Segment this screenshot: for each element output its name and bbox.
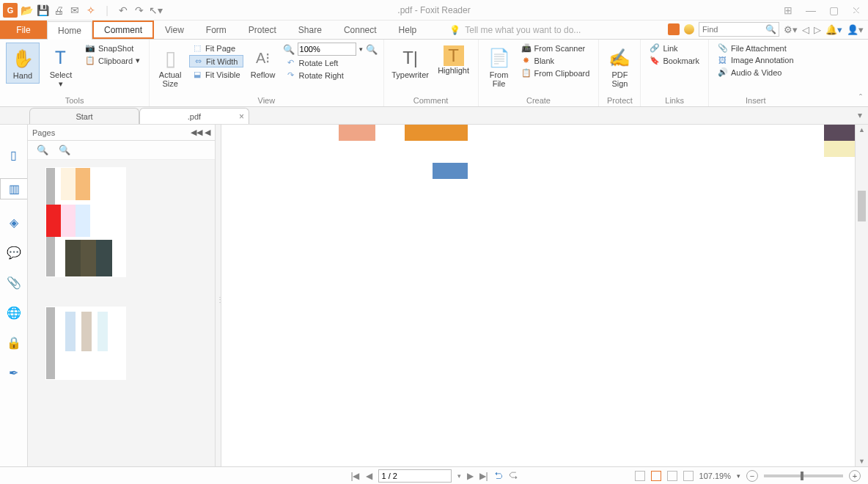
tab-help[interactable]: Help (388, 21, 428, 39)
fit-page-label: Fit Page (205, 44, 235, 53)
rotate-left-button[interactable]: ↶Rotate Left (283, 57, 378, 68)
scroll-up-icon[interactable]: ▲ (858, 126, 865, 133)
save-icon[interactable]: 💾 (35, 3, 50, 18)
fit-page-button[interactable]: ⬚Fit Page (189, 43, 243, 54)
maximize-icon[interactable]: ▢ (829, 4, 839, 16)
zoom-plus-button[interactable]: + (849, 470, 861, 482)
single-page-icon[interactable] (635, 471, 645, 481)
connect-panel-icon[interactable]: 🌐 (7, 306, 21, 320)
prev-page-icon[interactable]: ◀ (366, 471, 372, 481)
document-view[interactable]: ▲ ▼ (221, 125, 868, 466)
attachment-button[interactable]: 📎File Attachment (715, 43, 797, 54)
snapshot-qat-icon[interactable]: ✧ (84, 3, 98, 18)
thumb-zoom-out-icon[interactable]: 🔍 (37, 144, 48, 155)
tab-connect[interactable]: Connect (333, 21, 388, 39)
bookmark-button[interactable]: 🔖Bookmark (647, 55, 702, 66)
zoom-slider[interactable] (764, 474, 843, 477)
vertical-scrollbar[interactable]: ▲ ▼ (855, 125, 868, 466)
open-icon[interactable]: 📂 (19, 3, 34, 18)
select-button[interactable]: Ꭲ Select▾ (44, 43, 78, 91)
tab-form[interactable]: Form (195, 21, 238, 39)
file-tab[interactable]: File (0, 21, 47, 39)
cursor-mode-icon[interactable]: ↖▾ (148, 3, 163, 18)
thumbnails[interactable] (28, 160, 215, 466)
zoom-dropdown-icon[interactable]: ▾ (737, 472, 740, 480)
close-icon[interactable]: ⛌ (852, 4, 862, 16)
scroll-down-icon[interactable]: ▼ (858, 458, 865, 465)
pages-collapse-icon[interactable]: ◀◀ ◀ (191, 128, 210, 137)
undo-icon[interactable]: ↶ (116, 3, 130, 18)
collapse-ribbon-icon[interactable]: ˆ (859, 93, 862, 103)
layers-panel-icon[interactable]: ◈ (10, 216, 18, 230)
from-scanner-button[interactable]: 📠From Scanner (518, 43, 593, 54)
splitter[interactable] (216, 125, 221, 466)
next-find-icon[interactable]: ▷ (814, 24, 821, 35)
redo-icon[interactable]: ↷ (132, 3, 147, 18)
first-page-icon[interactable]: |◀ (350, 471, 359, 481)
attachments-panel-icon[interactable]: 📎 (7, 276, 21, 290)
continuous-page-icon[interactable] (651, 471, 661, 481)
audio-video-button[interactable]: 🔊Audio & Video (715, 67, 797, 78)
tab-protect[interactable]: Protect (238, 21, 287, 39)
typewriter-button[interactable]: T| Typewriter (390, 43, 431, 82)
tab-share[interactable]: Share (287, 21, 333, 39)
pdf-sign-button[interactable]: ✍ PDF Sign (605, 43, 634, 91)
facing-page-icon[interactable] (667, 471, 677, 481)
rotate-right-button[interactable]: ↷Rotate Right (283, 70, 378, 81)
doctabs-dropdown-icon[interactable]: ▾ (858, 110, 862, 120)
from-clipboard-button[interactable]: 📋From Clipboard (518, 67, 593, 78)
thumb-zoom-in-icon[interactable]: 🔍 (59, 144, 70, 155)
bookmarks-panel-icon[interactable]: ▯ (10, 148, 17, 162)
doctab-pdf[interactable]: .pdf× (139, 108, 249, 124)
zoom-in-icon[interactable]: 🔍 (366, 44, 378, 55)
scroll-thumb[interactable] (858, 191, 866, 221)
tab-view[interactable]: View (154, 21, 195, 39)
next-page-icon[interactable]: ▶ (467, 471, 474, 481)
search-icon[interactable]: 🔍 (765, 24, 776, 34)
link-button[interactable]: 🔗Link (647, 43, 702, 54)
thumb-page-2[interactable] (45, 307, 126, 380)
comments-panel-icon[interactable]: 💬 (7, 246, 21, 260)
arrange-icon[interactable]: ⊞ (784, 4, 792, 16)
last-page-icon[interactable]: ▶| (479, 471, 488, 481)
image-annotation-button[interactable]: 🖼Image Annotation (715, 55, 797, 65)
bell-icon[interactable]: 🔔▾ (825, 24, 842, 35)
nav-forward-icon[interactable]: ⮎ (509, 471, 518, 481)
blank-button[interactable]: ✸Blank (518, 55, 593, 66)
snapshot-button[interactable]: 📷SnapShot (82, 43, 143, 54)
zoom-knob[interactable] (801, 472, 803, 480)
email-icon[interactable]: ✉ (67, 3, 82, 18)
coin-icon[interactable] (684, 24, 694, 34)
page-dropdown-icon[interactable]: ▾ (457, 472, 461, 480)
prev-find-icon[interactable]: ◁ (802, 24, 809, 35)
close-tab-icon[interactable]: × (239, 111, 244, 122)
nav-back-icon[interactable]: ⮌ (494, 471, 503, 481)
page-input[interactable] (378, 469, 452, 483)
clipboard-button[interactable]: 📋Clipboard ▾ (82, 55, 143, 66)
fit-width-button[interactable]: ⇔Fit Width (189, 55, 243, 67)
continuous-facing-icon[interactable] (683, 471, 694, 481)
signatures-panel-icon[interactable]: ✒ (9, 366, 18, 380)
security-panel-icon[interactable]: 🔒 (7, 336, 21, 350)
from-file-button[interactable]: 📄 From File (485, 43, 514, 91)
reflow-button[interactable]: A⁝ Reflow (248, 43, 279, 82)
zoom-combo[interactable] (298, 43, 356, 56)
highlight-button[interactable]: T Highlight (435, 43, 472, 78)
tell-me-search[interactable]: 💡 Tell me what you want to do... (449, 21, 581, 39)
heart-icon[interactable] (668, 23, 680, 35)
hand-button[interactable]: ✋ Hand (6, 43, 40, 84)
minimize-icon[interactable]: — (806, 4, 816, 16)
doctab-start[interactable]: Start (29, 108, 139, 124)
app-icon[interactable]: G (3, 3, 18, 18)
thumb-page-1[interactable] (45, 167, 126, 277)
tab-comment[interactable]: Comment (92, 21, 154, 39)
settings-icon[interactable]: ⚙▾ (784, 24, 798, 35)
tab-home[interactable]: Home (47, 21, 92, 40)
zoom-minus-button[interactable]: − (746, 470, 758, 482)
fit-visible-button[interactable]: ⬓Fit Visible (189, 69, 243, 80)
actual-size-button[interactable]: ▯ Actual Size (155, 43, 185, 91)
pages-panel-icon[interactable]: ▥ (0, 178, 27, 199)
print-icon[interactable]: 🖨 (51, 3, 66, 18)
user-icon[interactable]: 👤▾ (847, 24, 864, 35)
zoom-out-icon[interactable]: 🔍 (283, 44, 295, 55)
